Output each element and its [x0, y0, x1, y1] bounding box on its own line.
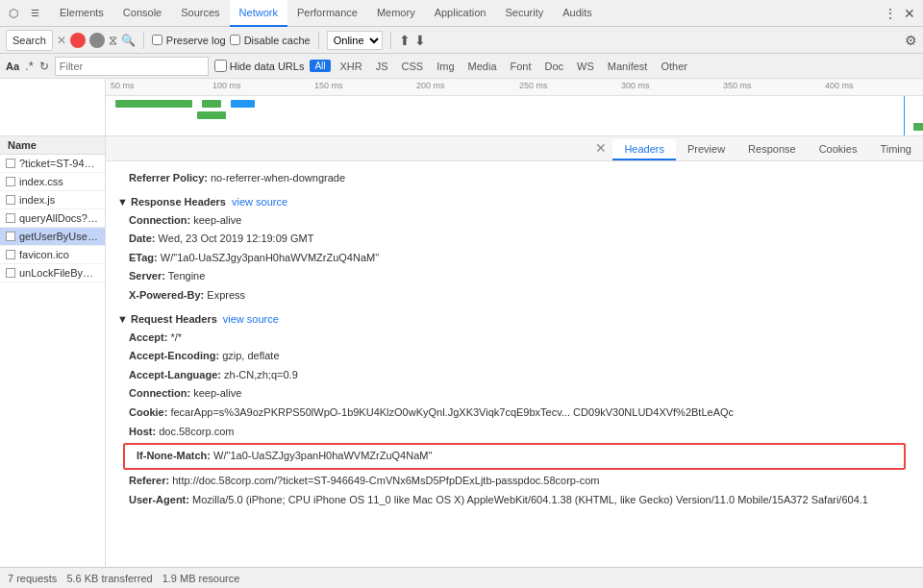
req-connection-name: Connection:: [129, 387, 190, 399]
more-options-icon[interactable]: ⋮: [881, 4, 900, 23]
tab-console[interactable]: Console: [113, 0, 171, 27]
detail-tabs: ✕ Headers Preview Response Cookies Timin…: [106, 136, 923, 161]
online-select[interactable]: Online: [327, 31, 383, 50]
req-accept-enc-val: gzip, deflate: [222, 350, 279, 361]
detail-tab-response[interactable]: Response: [736, 139, 808, 160]
hide-data-urls-input[interactable]: [214, 60, 227, 72]
filter-css-button[interactable]: CSS: [398, 60, 428, 73]
tab-audits[interactable]: Audits: [553, 0, 602, 27]
file-checkbox-1: [6, 159, 15, 168]
hide-data-urls-checkbox[interactable]: Hide data URLs: [214, 60, 305, 72]
gear-icon[interactable]: ⚙: [905, 33, 917, 48]
filter-input[interactable]: [55, 57, 209, 76]
response-headers-section: ▼ Response Headers view source Connectio…: [106, 192, 923, 309]
waterfall-bar-5: [913, 123, 923, 131]
close-detail-icon[interactable]: ✕: [595, 136, 607, 160]
referrer-policy-val: no-referrer-when-downgrade: [211, 172, 345, 184]
aa-button[interactable]: Aa: [6, 61, 19, 72]
tab-sources[interactable]: Sources: [171, 0, 229, 27]
search-icon[interactable]: 🔍: [121, 34, 136, 47]
file-item-6[interactable]: favicon.ico: [0, 246, 105, 264]
record-button[interactable]: [70, 33, 86, 48]
req-referer-name: Referer:: [129, 475, 169, 486]
file-checkbox-5: [6, 232, 15, 241]
tab-network[interactable]: Network: [230, 0, 287, 27]
waterfall-bar-4: [197, 111, 226, 119]
waterfall-bar-3: [231, 100, 255, 108]
request-headers-label: ▼ Request Headers: [117, 313, 217, 325]
filter-all-button[interactable]: All: [310, 60, 330, 72]
filter-media-button[interactable]: Media: [464, 60, 501, 73]
refresh-icon[interactable]: ↻: [39, 60, 49, 73]
detail-tab-cookies[interactable]: Cookies: [808, 139, 869, 160]
filter-manifest-button[interactable]: Manifest: [604, 60, 652, 73]
resp-xpowered-row: X-Powered-By: Express: [117, 286, 911, 306]
tab-elements[interactable]: Elements: [50, 0, 113, 27]
req-cookie-val: fecarApp=s%3A9ozPKRPS50lWpO-1b9KU4KlzO0w…: [170, 406, 734, 418]
disable-cache-input[interactable]: [230, 35, 240, 45]
waterfall-bar-1: [115, 100, 192, 108]
filter-doc-button[interactable]: Doc: [541, 60, 568, 73]
filter-xhr-button[interactable]: XHR: [337, 60, 366, 73]
request-headers-section: ▼ Request Headers view source Accept: */…: [106, 309, 923, 514]
filter-row: Aa .* ↻ Hide data URLs All XHR JS CSS Im…: [0, 54, 923, 79]
detail-tab-preview[interactable]: Preview: [676, 139, 736, 160]
tab-bar: ⬡ ☰ Elements Console Sources Network Per…: [0, 0, 923, 27]
upload-icon[interactable]: ⬆: [399, 33, 411, 48]
file-item-7[interactable]: unLockFileByUser: [0, 264, 105, 282]
inspect-icon[interactable]: ☰: [25, 4, 44, 23]
detail-tab-timing[interactable]: Timing: [868, 139, 923, 160]
file-item-3[interactable]: index.js: [0, 191, 105, 209]
tab-memory[interactable]: Memory: [367, 0, 425, 27]
file-item-5[interactable]: getUserByUserName?userName=gongchenghui: [0, 228, 105, 246]
filter-font-button[interactable]: Font: [507, 60, 536, 73]
regex-button[interactable]: .*: [25, 59, 34, 73]
file-item-2[interactable]: index.css: [0, 173, 105, 191]
req-accept-enc-row: Accept-Encoding: gzip, deflate: [117, 347, 911, 366]
cursor-icon[interactable]: ⬡: [4, 4, 23, 23]
req-host-val: doc.58corp.com: [159, 426, 234, 437]
filter-img-button[interactable]: Img: [433, 60, 458, 73]
close-devtools-button[interactable]: ✕: [900, 4, 919, 23]
request-headers-title: ▼ Request Headers view source: [117, 313, 911, 325]
req-if-none-match-name: If-None-Match:: [137, 450, 211, 461]
tab-application[interactable]: Application: [425, 0, 496, 27]
req-accept-enc-name: Accept-Encoding:: [129, 350, 219, 361]
filter-other-button[interactable]: Other: [657, 60, 691, 73]
timeline-bars: [106, 96, 923, 135]
disable-cache-checkbox[interactable]: Disable cache: [230, 35, 311, 46]
req-connection-row: Connection: keep-alive: [117, 384, 911, 404]
timeline-right[interactable]: 50 ms 100 ms 150 ms 200 ms 250 ms 300 ms…: [106, 79, 923, 135]
search-close-icon[interactable]: ✕: [57, 34, 66, 47]
req-host-row: Host: doc.58corp.com: [117, 423, 911, 442]
file-item-4[interactable]: queryAllDocs?page=1&name=undefined: [0, 209, 105, 228]
download-icon[interactable]: ⬇: [414, 33, 426, 48]
file-item-1[interactable]: ?ticket=ST-946649-CmVNx6MsD5PfpDExLjtb..…: [0, 155, 105, 173]
preserve-log-checkbox[interactable]: Preserve log: [152, 35, 226, 46]
filter-icon[interactable]: ⧖: [109, 33, 117, 48]
referrer-policy-row: Referrer Policy: no-referrer-when-downgr…: [106, 165, 923, 192]
resp-date-val: Wed, 23 Oct 2019 12:19:09 GMT: [159, 233, 314, 244]
main-content: Name ?ticket=ST-946649-CmVNx6MsD5PfpDExL…: [0, 136, 923, 567]
tab-bar-right: ⋮ ✕: [881, 4, 919, 23]
resp-connection-val: keep-alive: [193, 214, 241, 226]
req-connection-val: keep-alive: [193, 387, 241, 399]
preserve-log-input[interactable]: [152, 35, 162, 45]
tab-security[interactable]: Security: [495, 0, 553, 27]
referrer-policy-value-row: Referrer Policy: no-referrer-when-downgr…: [117, 169, 911, 188]
tab-performance[interactable]: Performance: [287, 0, 367, 27]
req-referer-val: http://doc.58corp.com/?ticket=ST-946649-…: [172, 475, 599, 486]
separator-3: [390, 32, 391, 49]
req-if-none-match-val: W/"1a0-UaSZJgy3panH0haWVMZrZuQ4NaM": [213, 450, 432, 461]
stop-record-button[interactable]: [89, 33, 105, 48]
detail-tab-headers[interactable]: Headers: [612, 139, 676, 160]
request-view-source-link[interactable]: view source: [223, 313, 279, 325]
resp-etag-row: ETag: W/"1a0-UaSZJgy3panH0haWVMZrZuQ4NaM…: [117, 249, 911, 268]
req-cookie-name: Cookie:: [129, 406, 167, 418]
filter-ws-button[interactable]: WS: [573, 60, 598, 73]
search-button[interactable]: Search: [6, 30, 53, 51]
req-cookie-row: Cookie: fecarApp=s%3A9ozPKRPS50lWpO-1b9K…: [117, 404, 911, 423]
response-view-source-link[interactable]: view source: [232, 196, 287, 208]
filter-js-button[interactable]: JS: [372, 60, 392, 73]
req-user-agent-name: User-Agent:: [129, 494, 189, 505]
